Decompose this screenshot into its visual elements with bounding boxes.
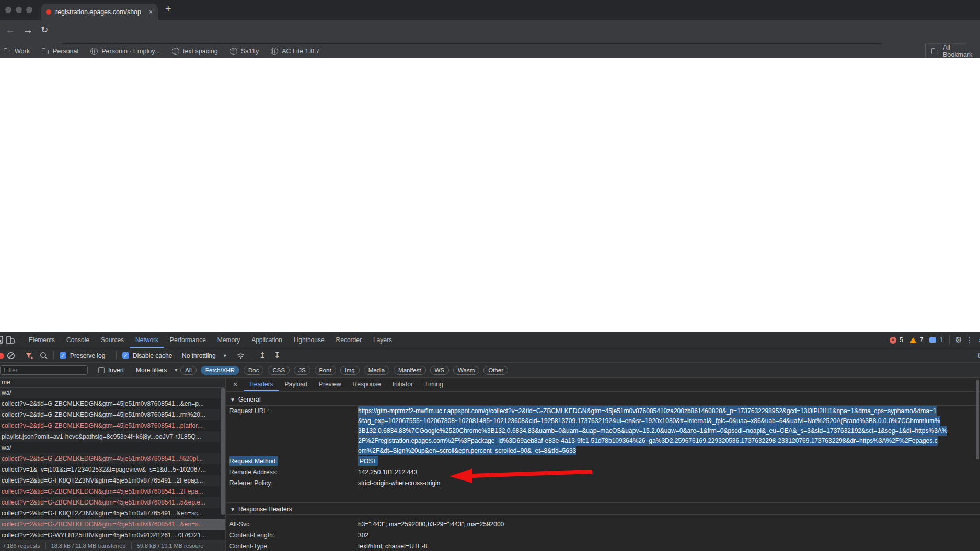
bookmark-items: Work Personal Personio · Employ... text … — [0, 47, 319, 55]
request-row[interactable]: wa/ — [0, 442, 225, 453]
filter-pill[interactable]: Other — [483, 366, 508, 375]
devtools-panel-tab[interactable]: Elements — [23, 332, 61, 348]
request-row[interactable]: collect?v=2&tid=G-ZBCMLKEDGN&gtm=45je51m… — [0, 398, 225, 409]
devtools-panel-tab[interactable]: Application — [246, 332, 288, 348]
details-tab[interactable]: Headers — [244, 378, 279, 391]
device-toolbar-icon[interactable] — [6, 336, 15, 344]
request-row[interactable]: collect?v=2&tid=G-ZBCMLKEDGN&gtm=45je51m… — [0, 519, 225, 530]
separator — [116, 351, 117, 360]
all-bookmarks-button[interactable]: All Bookmark — [925, 44, 980, 58]
back-icon[interactable]: ← — [5, 25, 15, 36]
request-row[interactable]: collect?v=2&tid=G-WYL8125H8V&gtm=45je51m… — [0, 530, 225, 540]
general-section-header[interactable]: ▼General — [226, 393, 980, 406]
details-scrollbar[interactable] — [976, 380, 979, 459]
filter-pill[interactable]: JS — [294, 366, 310, 375]
network-filter-row: Invert More filters ▼ AllFetch/XHRDocCSS… — [0, 363, 980, 378]
export-har-icon[interactable]: ↧ — [274, 350, 281, 360]
devtools-panel-tab[interactable]: Console — [61, 332, 95, 348]
request-list-scrollbar[interactable] — [221, 388, 225, 515]
more-filters-dropdown[interactable]: More filters ▼ — [136, 363, 178, 377]
name-column-header[interactable]: me — [0, 378, 225, 388]
browser-tab[interactable]: registration.epages.com/shop × — [41, 4, 158, 20]
devtools-settings-icon[interactable]: ⚙ — [955, 335, 962, 345]
header-row: Remote Address: 142.250.181.212:443 — [226, 467, 980, 478]
throttling-dropdown[interactable]: No throttling ▼ — [182, 348, 227, 362]
filter-pill[interactable]: Doc — [244, 366, 263, 375]
details-tab[interactable]: Timing — [419, 378, 449, 391]
devtools-tabbar: ElementsConsoleSourcesNetworkPerformance… — [0, 332, 980, 348]
disable-cache-control[interactable]: ✓ Disable cache — [122, 348, 172, 362]
request-row[interactable]: collect?v=2&tid=G-ZBCMLKEDGN&gtm=45je51m… — [0, 453, 225, 464]
request-row[interactable]: collect?v=2&tid=G-ZBCMLKEDGN&gtm=45je51m… — [0, 420, 225, 431]
bookmark-item[interactable]: AC Lite 1.0.7 — [270, 47, 319, 55]
inspect-icon[interactable] — [0, 336, 4, 344]
bookmarks-bar: Work Personal Personio · Employ... text … — [0, 44, 980, 58]
filter-pill[interactable]: All — [180, 366, 197, 375]
bookmark-item[interactable]: Sa11y — [229, 47, 259, 55]
request-row[interactable]: wa/ — [0, 388, 225, 398]
devtools-panel-tab[interactable]: Sources — [95, 332, 130, 348]
clear-icon[interactable] — [7, 351, 15, 360]
invert-control[interactable]: Invert — [98, 363, 124, 377]
warnings-count[interactable]: 7 — [920, 336, 924, 344]
filter-icon[interactable] — [25, 352, 33, 360]
browser-toolbar: ← → ↻ registration.epages.com/shops ☆ In… — [0, 20, 980, 44]
filter-pill[interactable]: WS — [430, 366, 449, 375]
request-row[interactable]: collect?v=2&tid=G-ZBCMLKEDGN&gtm=45je51m… — [0, 409, 225, 420]
disable-cache-checkbox[interactable]: ✓ — [122, 352, 129, 359]
filter-pill[interactable]: Wasm — [453, 366, 479, 375]
errors-count[interactable]: 5 — [900, 336, 903, 344]
response-headers-section-header[interactable]: ▼Response Headers — [226, 502, 980, 515]
tab-close-icon[interactable]: × — [148, 8, 153, 16]
reload-icon[interactable]: ↻ — [41, 25, 48, 36]
network-conditions-icon[interactable] — [236, 352, 245, 359]
filter-pill[interactable]: Fetch/XHR — [201, 366, 239, 375]
window-close-button[interactable] — [5, 7, 11, 13]
devtools-panel-tab[interactable]: Recorder — [330, 332, 367, 348]
details-tab[interactable]: Preview — [313, 378, 347, 391]
invert-checkbox[interactable] — [98, 367, 105, 373]
devtools-panel-tab[interactable]: Performance — [164, 332, 212, 348]
search-icon[interactable] — [40, 351, 48, 360]
details-tab[interactable]: Initiator — [387, 378, 419, 391]
request-row[interactable]: collect?v=2&tid=G-ZBCMLKEDGN&gtm=45je51m… — [0, 486, 225, 497]
network-settings-icon[interactable]: ⚙ — [977, 351, 980, 360]
request-row[interactable]: collect?v=2&tid=G-FK8QT2Z3NV&gtm=45je51m… — [0, 508, 225, 519]
bookmark-item[interactable]: Personal — [41, 47, 78, 55]
devtools-panel-tab[interactable]: Lighthouse — [288, 332, 330, 348]
devtools-panel-tab[interactable]: Network — [130, 332, 164, 348]
record-button[interactable] — [0, 353, 4, 359]
request-url-value: https://gtm-mptmzf2-mwfim.uc.r.appspot.c… — [358, 406, 980, 456]
warnings-icon[interactable] — [909, 337, 917, 344]
window-minimize-button[interactable] — [16, 7, 22, 13]
bookmark-item[interactable]: Work — [3, 47, 30, 55]
request-row[interactable]: collect?v=2&tid=G-ZBCMLKEDGN&gtm=45je51m… — [0, 497, 225, 508]
errors-icon[interactable]: × — [890, 337, 896, 344]
request-row[interactable]: collect?v=1&_v=j101&a=1723402532&t=pagev… — [0, 464, 225, 475]
devtools-panel-tab[interactable]: Layers — [367, 332, 398, 348]
bookmark-item[interactable]: Personio · Employ... — [90, 47, 160, 55]
close-details-icon[interactable]: × — [226, 380, 244, 389]
preserve-log-checkbox[interactable]: ✓ — [60, 352, 66, 359]
filter-input[interactable] — [0, 365, 88, 375]
devtools-menu-icon[interactable]: ⋮ — [966, 336, 973, 344]
filter-pill[interactable]: Manifest — [394, 366, 425, 375]
request-row[interactable]: playlist.json?omit=av1-hevc&pathsig=8c95… — [0, 431, 225, 442]
devtools-panel-tab[interactable]: Memory — [212, 332, 246, 348]
filter-pill[interactable]: Font — [315, 366, 336, 375]
details-tab[interactable]: Payload — [279, 378, 313, 391]
filter-pill[interactable]: CSS — [268, 366, 290, 375]
request-row[interactable]: collect?v=2&tid=G-FK8QT2Z3NV&gtm=45je51m… — [0, 475, 225, 486]
issues-icon[interactable] — [929, 337, 936, 343]
forward-icon[interactable]: → — [23, 25, 33, 36]
bookmark-item[interactable]: text spacing — [171, 47, 218, 55]
preserve-log-control[interactable]: ✓ Preserve log — [60, 348, 105, 362]
tab-title: registration.epages.com/shop — [55, 8, 144, 16]
filter-pill[interactable]: Img — [340, 366, 360, 375]
details-tab[interactable]: Response — [347, 378, 387, 391]
window-zoom-button[interactable] — [26, 7, 32, 13]
import-har-icon[interactable]: ↥ — [259, 350, 266, 360]
filter-pill[interactable]: Media — [364, 366, 389, 375]
new-tab-button[interactable]: + — [165, 3, 171, 15]
issues-count[interactable]: 1 — [939, 336, 943, 344]
